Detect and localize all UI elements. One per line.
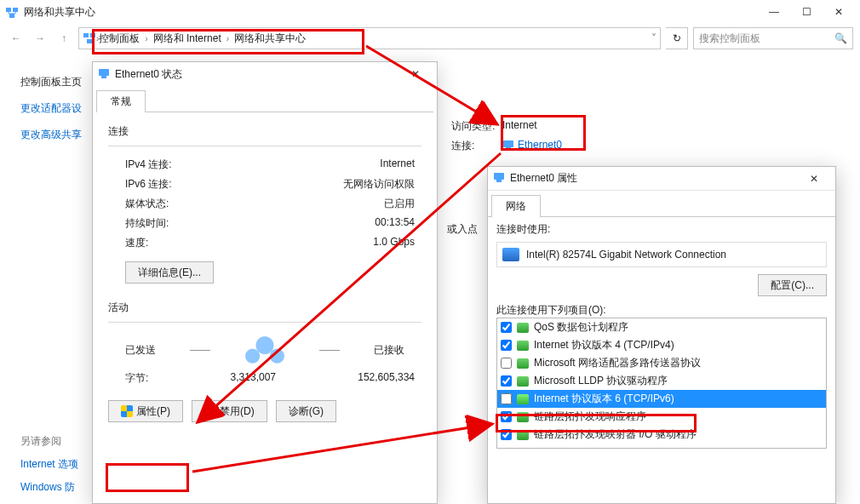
search-placeholder: 搜索控制面板 [699,32,760,46]
cp-home-link[interactable]: 控制面板主页 [20,75,92,89]
nic-box: Intel(R) 82574L Gigabit Network Connecti… [496,242,827,267]
windows-firewall-link[interactable]: Windows 防 [20,481,75,493]
svg-rect-7 [506,147,511,150]
item-checkbox[interactable] [501,429,512,440]
back-button[interactable]: ← [7,29,26,48]
item-label: QoS 数据包计划程序 [534,320,628,335]
address-bar-row: ← → ↑ › 控制面板 › 网络和 Internet › 网络和共享中心 ˅ … [0,24,860,53]
ethernet-status-dialog: Ethernet0 状态 ✕ 常规 连接 IPv4 连接:Internet IP… [92,61,438,504]
close-button[interactable]: ✕ [798,169,830,188]
tab-general[interactable]: 常规 [96,90,146,112]
minimize-button[interactable]: — [758,3,790,21]
status-body: 连接 IPv4 连接:Internet IPv6 连接:无网络访问权限 媒体状态… [96,112,433,486]
network-icon [5,5,19,19]
item-checkbox[interactable] [501,411,512,422]
item-checkbox[interactable] [501,358,512,369]
chevron-right-icon: › [226,34,229,43]
protocol-icon [517,376,529,387]
network-item[interactable]: QoS 数据包计划程序 [497,318,826,336]
svg-rect-9 [101,76,106,78]
breadcrumb-item[interactable]: 网络和 Internet [153,32,221,46]
connection-link[interactable]: Ethernet0 [518,139,562,153]
item-checkbox[interactable] [501,322,512,333]
access-type-label: 访问类型: [451,119,502,134]
search-icon: 🔍 [834,32,847,44]
media-label: 媒体状态: [125,197,169,211]
search-input[interactable]: 搜索控制面板 🔍 [693,27,853,49]
items-label: 此连接使用下列项目(O): [496,303,827,318]
svg-rect-1 [13,8,18,12]
see-also: 另请参阅 Internet 选项 Windows 防 [20,434,78,503]
bytes-label: 字节: [125,371,148,386]
network-item[interactable]: Internet 协议版本 6 (TCP/IPv6) [497,390,826,408]
internet-options-link[interactable]: Internet 选项 [20,458,78,470]
access-type-value: Internet [502,119,537,134]
diagnose-button[interactable]: 诊断(G) [276,400,336,422]
main-titlebar: 网络和共享中心 — ☐ ✕ [0,0,860,24]
breadcrumb-item[interactable]: 网络和共享中心 [234,32,306,46]
up-button[interactable]: ↑ [54,29,73,48]
ipv6-value: 无网络访问权限 [343,177,415,192]
item-label: 链路层拓扑发现映射器 I/O 驱动程序 [534,427,697,442]
configure-button[interactable]: 配置(C)... [758,274,827,296]
network-item[interactable]: Microsoft 网络适配器多路传送器协议 [497,354,826,372]
props-titlebar: Ethernet0 属性 ✕ [488,167,835,191]
item-label: Internet 协议版本 6 (TCP/IPv6) [534,392,674,406]
received-label: 已接收 [374,343,404,358]
ipv4-label: IPv4 连接: [125,158,172,172]
close-button[interactable]: ✕ [399,65,432,83]
activity-group-label: 活动 [108,301,421,315]
bytes-received: 152,605,334 [358,371,415,386]
ethernet-icon [493,171,505,186]
properties-button[interactable]: 属性(P) [108,400,183,422]
network-item[interactable]: 链路层拓扑发现映射器 I/O 驱动程序 [497,426,826,444]
ethernet-icon [98,67,110,82]
bytes-sent: 3,313,007 [231,371,276,386]
breadcrumb-bar[interactable]: › 控制面板 › 网络和 Internet › 网络和共享中心 ˅ [78,27,661,49]
ethernet-icon [502,139,514,153]
protocol-icon [517,341,529,351]
props-title: Ethernet0 属性 [510,171,577,186]
protocol-icon [517,358,529,369]
duration-value: 00:13:54 [375,216,415,231]
svg-rect-3 [83,33,89,37]
item-checkbox[interactable] [501,375,512,387]
protocol-icon [517,430,529,440]
side-nav: 控制面板主页 更改适配器设 更改高级共享 [20,75,92,154]
network-items-list[interactable]: QoS 数据包计划程序Internet 协议版本 4 (TCP/IPv4)Mic… [496,318,827,449]
svg-rect-10 [494,173,504,180]
svg-rect-8 [99,69,109,76]
ipv4-value: Internet [380,158,415,172]
status-tabs: 常规 [96,89,437,112]
refresh-button[interactable]: ↻ [666,27,688,49]
dash-icon: —— [319,344,340,356]
network-item[interactable]: 链路层拓扑发现响应程序 [497,408,826,426]
maximize-button[interactable]: ☐ [790,3,823,21]
close-button[interactable]: ✕ [823,3,855,21]
advanced-sharing-link[interactable]: 更改高级共享 [20,129,82,140]
forward-button[interactable]: → [31,29,49,48]
item-checkbox[interactable] [501,340,512,351]
item-checkbox[interactable] [501,393,512,404]
speed-label: 速度: [125,236,148,250]
dash-icon: —— [190,344,210,356]
window-title: 网络和共享中心 [24,5,95,20]
network-icon [83,31,96,47]
dropdown-icon[interactable]: ˅ [651,32,656,44]
svg-rect-5 [87,39,92,43]
chevron-right-icon: › [145,34,147,43]
connect-using-label: 连接时使用: [496,222,827,237]
network-item[interactable]: Internet 协议版本 4 (TCP/IPv4) [497,336,826,354]
breadcrumb-item[interactable]: 控制面板 [99,32,140,46]
duration-label: 持续时间: [125,216,169,231]
network-item[interactable]: Microsoft LLDP 协议驱动程序 [497,372,826,390]
item-label: Microsoft LLDP 协议驱动程序 [534,374,668,388]
sent-label: 已发送 [125,343,156,358]
speed-value: 1.0 Gbps [373,236,415,250]
svg-rect-4 [90,33,95,37]
item-label: Internet 协议版本 4 (TCP/IPv4) [534,338,674,352]
details-button[interactable]: 详细信息(E)... [125,261,214,284]
disable-button[interactable]: 禁用(D) [192,400,267,422]
tab-network[interactable]: 网络 [491,195,541,217]
change-adapter-link[interactable]: 更改适配器设 [20,102,82,114]
